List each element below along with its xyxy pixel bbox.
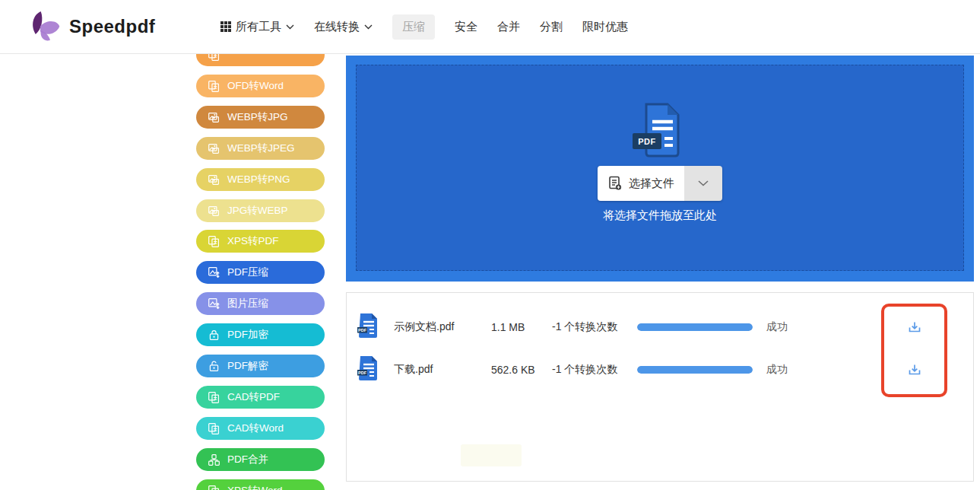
nav-item-label: 限时优惠 — [582, 20, 628, 34]
sidebar-tool-WEBP转JPEG[interactable]: WEBP转JPEG — [196, 137, 325, 160]
image-convert-icon — [208, 111, 220, 124]
status-text: 成功 — [766, 363, 788, 377]
download-button[interactable] — [905, 318, 924, 336]
nav-item-2[interactable]: 在线转换 — [314, 20, 373, 34]
sidebar-tool-PDF解密[interactable]: PDF解密 — [196, 355, 325, 377]
page: OFD转Word WEBP转JPG WEBP转JPEG WEBP转PNG JPG… — [0, 0, 980, 490]
pdf-file-icon: PDF — [639, 102, 681, 158]
compress-icon — [208, 298, 220, 310]
faint-button — [461, 444, 522, 466]
file-size: 562.6 KB — [491, 364, 535, 376]
progress-fill — [637, 366, 753, 374]
sidebar-tool-WEBP转JPG[interactable]: WEBP转JPG — [196, 106, 325, 129]
tool-label: XPS转Word — [227, 484, 283, 490]
tool-label: 图片压缩 — [227, 297, 268, 310]
doc-convert-icon — [208, 485, 220, 490]
file-name: 下载.pdf — [394, 363, 433, 377]
select-file-main[interactable]: 选择文件 — [598, 166, 684, 201]
add-document-icon — [607, 176, 623, 191]
chevron-down-icon — [286, 24, 294, 30]
download-icon — [908, 364, 921, 377]
select-file-button[interactable]: 选择文件 — [598, 166, 722, 201]
nav-item-label: 压缩 — [402, 20, 425, 34]
download-icon — [908, 321, 921, 334]
compress-icon — [208, 266, 220, 279]
nav-item-5[interactable]: 合并 — [497, 20, 520, 34]
file-size: 1.1 MB — [491, 321, 525, 333]
sidebar-tool-XPS转Word[interactable]: XPS转Word — [196, 479, 325, 490]
sidebar-tool-CAD转Word[interactable]: CAD转Word — [196, 417, 325, 440]
doc-convert-icon — [208, 235, 220, 248]
file-pdf-icon: PDF — [357, 355, 379, 381]
nav-item-label: 分割 — [540, 20, 563, 34]
nav-item-4[interactable]: 安全 — [455, 20, 477, 34]
chevron-down-icon — [698, 180, 709, 186]
sidebar-tool-CAD转PDF[interactable]: CAD转PDF — [196, 386, 325, 409]
image-convert-icon — [208, 205, 220, 218]
chevron-down-icon — [364, 24, 373, 30]
download-button[interactable] — [905, 361, 924, 379]
sidebar-tool-WEBP转PNG[interactable]: WEBP转PNG — [196, 168, 325, 191]
sidebar-tool-PDF合并[interactable]: PDF合并 — [196, 448, 325, 471]
sidebar-tools: OFD转Word WEBP转JPG WEBP转JPEG WEBP转PNG JPG… — [196, 0, 325, 490]
image-convert-icon — [208, 173, 220, 186]
progress-bar — [637, 323, 753, 331]
tool-label: PDF解密 — [227, 359, 268, 373]
pdf-badge: PDF — [633, 133, 661, 149]
nav-item-label: 安全 — [455, 20, 477, 34]
tool-label: PDF合并 — [227, 453, 268, 466]
select-file-dropdown-toggle[interactable] — [684, 166, 722, 201]
tool-label: WEBP转JPG — [227, 110, 288, 124]
sidebar-tool-JPG转WEBP[interactable]: JPG转WEBP — [196, 199, 325, 222]
dropzone-dashed-area[interactable]: PDF 选择文件 — [356, 65, 964, 271]
merge-icon — [208, 453, 220, 466]
nav-item-3[interactable]: 压缩 — [392, 14, 435, 40]
unlock-icon — [208, 360, 220, 373]
tool-label: WEBP转PNG — [227, 173, 290, 186]
files-panel: PDF示例文档.pdf1.1 MB-1 个转换次数成功 PDF下载.pdf562… — [346, 292, 974, 482]
file-pdf-icon: PDF — [357, 313, 379, 339]
tool-label: PDF加密 — [227, 328, 268, 342]
tool-label: PDF压缩 — [227, 266, 268, 279]
nav-item-label: 合并 — [497, 20, 520, 34]
tool-label: OFD转Word — [227, 79, 284, 93]
doc-convert-icon — [208, 80, 220, 93]
nav-item-7[interactable]: 限时优惠 — [582, 20, 628, 34]
sidebar-tool-XPS转PDF[interactable]: XPS转PDF — [196, 230, 325, 253]
header: Speedpdf 所有工具在线转换压缩安全合并分割限时优惠 — [0, 0, 980, 54]
file-type-badge: PDF — [358, 328, 367, 332]
drop-hint-text: 将选择文件拖放至此处 — [357, 208, 963, 223]
status-text: 成功 — [766, 320, 788, 334]
select-file-label: 选择文件 — [629, 177, 674, 191]
file-type-icon: PDF — [357, 313, 379, 342]
tool-label: WEBP转JPEG — [227, 142, 295, 155]
nav-item-1[interactable]: 所有工具 — [220, 20, 294, 34]
tool-label: JPG转WEBP — [227, 204, 288, 218]
brand-title: Speedpdf — [69, 16, 155, 37]
logo[interactable]: Speedpdf — [25, 8, 155, 45]
doc-convert-icon — [208, 422, 220, 435]
file-type-icon: PDF — [357, 355, 379, 384]
speedpdf-logo-icon — [25, 8, 60, 45]
file-row: PDF下载.pdf562.6 KB-1 个转换次数成功 — [347, 354, 973, 386]
sidebar-tool-PDF压缩[interactable]: PDF压缩 — [196, 261, 325, 284]
doc-convert-icon — [208, 391, 220, 404]
file-dropzone[interactable]: PDF 选择文件 — [346, 56, 974, 282]
file-type-badge: PDF — [358, 371, 367, 375]
sidebar-tool-PDF加密[interactable]: PDF加密 — [196, 323, 325, 346]
tool-label: CAD转PDF — [227, 390, 280, 404]
file-row: PDF示例文档.pdf1.1 MB-1 个转换次数成功 — [347, 311, 973, 343]
file-name: 示例文档.pdf — [394, 320, 454, 334]
image-convert-icon — [208, 142, 220, 155]
nav-item-label: 所有工具 — [236, 20, 281, 34]
file-conversions: -1 个转换次数 — [552, 320, 617, 334]
lock-icon — [208, 329, 220, 342]
nav-item-label: 在线转换 — [314, 20, 360, 34]
sidebar-tool-OFD转Word[interactable]: OFD转Word — [196, 75, 325, 97]
sidebar-tool-图片压缩[interactable]: 图片压缩 — [196, 292, 325, 315]
tool-label: CAD转Word — [227, 422, 284, 435]
nav-item-6[interactable]: 分割 — [540, 20, 563, 34]
progress-bar — [637, 366, 753, 374]
file-conversions: -1 个转换次数 — [552, 363, 617, 377]
tool-label: XPS转PDF — [227, 234, 279, 248]
